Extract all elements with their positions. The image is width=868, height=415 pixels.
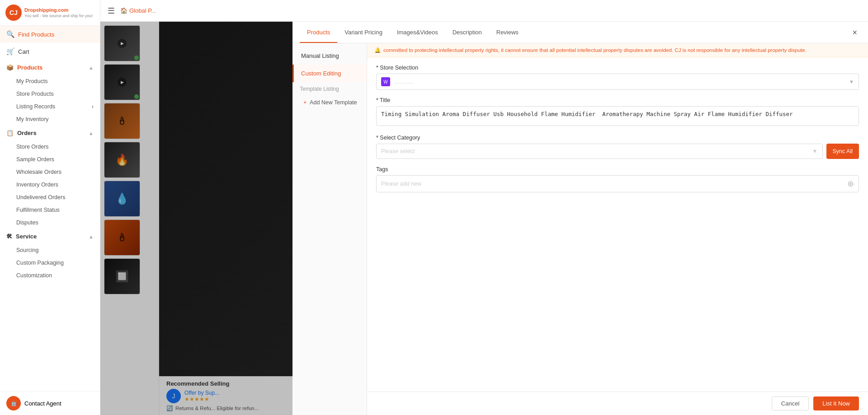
sidebar-item-cart[interactable]: 🛒 Cart — [0, 43, 100, 60]
main-content: ☰ 🏠 Global P... ▶ ▶ 🕯 🔥 💧 — [100, 0, 868, 415]
contact-agent-button[interactable]: 🤖 Contact Agent — [0, 391, 100, 415]
warning-icon: 🔔 — [374, 47, 381, 53]
store-label: * Store Selection — [376, 65, 859, 71]
store-platform-icon: W — [381, 77, 390, 86]
sidebar-group-orders[interactable]: 📋 Orders ▲ — [0, 126, 100, 140]
store-select-chevron: ▼ — [849, 79, 854, 84]
modal-right-area: 🔔 committed to protecting intellectual p… — [367, 43, 868, 415]
top-bar: ☰ 🏠 Global P... — [100, 0, 868, 22]
warning-text: committed to protecting intellectual pro… — [383, 47, 807, 53]
sidebar-item-find-products[interactable]: 🔍 Find Products — [0, 26, 100, 43]
sidebar-group-service[interactable]: 🛠 Service ▲ — [0, 229, 100, 244]
tags-input[interactable]: Please add new ⊕ — [376, 175, 859, 192]
category-placeholder: Please select — [381, 148, 415, 154]
modal-body: Manual Listing Custom Editing Template L… — [292, 43, 868, 415]
sidebar: CJ Dropshipping.com You sell - We source… — [0, 0, 100, 415]
cart-label: Cart — [18, 48, 94, 55]
tags-placeholder: Please add new — [381, 181, 421, 187]
find-products-label: Find Products — [18, 31, 94, 38]
cancel-button[interactable]: Cancel — [772, 396, 809, 410]
service-group-label: Service — [16, 233, 37, 240]
logo-area: CJ Dropshipping.com You sell - We source… — [0, 0, 100, 26]
modal-left-nav: Manual Listing Custom Editing Template L… — [292, 43, 367, 415]
category-select-dropdown[interactable]: Please select ▼ — [376, 144, 823, 159]
store-select-dropdown[interactable]: W ............. ▼ — [376, 74, 859, 90]
close-button[interactable]: × — [849, 28, 861, 37]
orders-group-label: Orders — [17, 130, 37, 136]
sidebar-item-sample-orders[interactable]: Sample Orders — [0, 153, 100, 166]
sidebar-item-listing-records[interactable]: Listing Records › — [0, 100, 100, 113]
category-label: * Select Category — [376, 135, 859, 141]
modal-section-template: Template Listing — [292, 82, 367, 96]
sidebar-item-store-products[interactable]: Store Products — [0, 88, 100, 100]
tags-group: Tags Please add new ⊕ — [376, 166, 859, 192]
modal-backdrop — [100, 22, 292, 415]
menu-icon[interactable]: ☰ — [108, 6, 115, 16]
global-products-link[interactable]: 🏠 Global P... — [120, 7, 156, 14]
modal-bottom-bar: Cancel List It Now — [367, 392, 868, 415]
sidebar-group-products[interactable]: 📦 Products ▲ — [0, 60, 100, 75]
modal-tabs-bar: Products Variant Pricing Images&Videos D… — [292, 22, 868, 43]
tags-label: Tags — [376, 166, 859, 173]
brand-name: Dropshipping.com — [24, 7, 93, 13]
modal-nav-custom-editing[interactable]: Custom Editing — [292, 65, 367, 82]
modal-nav-add-new-template[interactable]: + Add New Template — [292, 96, 367, 109]
modal-nav-manual-listing[interactable]: Manual Listing — [292, 47, 367, 65]
category-row: Please select ▼ Sync All — [376, 144, 859, 159]
logo-icon: CJ — [5, 5, 22, 21]
sidebar-item-inventory-orders[interactable]: Inventory Orders — [0, 178, 100, 191]
sidebar-item-customization[interactable]: Customization — [0, 269, 100, 282]
orders-group-icon: 📋 — [6, 130, 14, 136]
tab-variant-pricing[interactable]: Variant Pricing — [337, 23, 390, 43]
service-group-icon: 🛠 — [6, 233, 12, 240]
sidebar-item-custom-packaging[interactable]: Custom Packaging — [0, 256, 100, 269]
sidebar-item-my-inventory[interactable]: My Inventory — [0, 113, 100, 126]
tab-description[interactable]: Description — [445, 23, 489, 43]
add-template-plus: + — [303, 99, 307, 106]
brand-tagline: You sell - We source and ship for you! — [24, 14, 93, 18]
list-it-now-button[interactable]: List It Now — [813, 396, 859, 410]
products-expand-icon: ▲ — [89, 65, 94, 70]
modal-panel: Products Variant Pricing Images&Videos D… — [292, 22, 868, 415]
cart-icon: 🛒 — [6, 47, 14, 56]
tab-products[interactable]: Products — [300, 23, 337, 43]
warning-banner: 🔔 committed to protecting intellectual p… — [367, 43, 868, 57]
sidebar-item-disputes[interactable]: Disputes — [0, 216, 100, 229]
store-selection-group: * Store Selection W ............. ▼ — [376, 65, 859, 90]
sidebar-item-wholesale-orders[interactable]: Wholesale Orders — [0, 166, 100, 178]
service-expand-icon: ▲ — [89, 234, 94, 239]
find-products-icon: 🔍 — [6, 30, 14, 38]
category-group: * Select Category Please select ▼ Sync A… — [376, 135, 859, 159]
agent-avatar: 🤖 — [6, 396, 21, 410]
title-label: * Title — [376, 97, 859, 103]
products-group-icon: 📦 — [6, 64, 14, 71]
title-group: * Title Timing Simulation Aroma Diffuser… — [376, 97, 859, 127]
store-select-value: ............. — [394, 79, 845, 85]
modal-overlay: Products Variant Pricing Images&Videos D… — [100, 22, 868, 415]
sync-all-button[interactable]: Sync All — [826, 144, 859, 159]
orders-expand-icon: ▲ — [89, 131, 94, 136]
sidebar-item-undelivered-orders[interactable]: Undelivered Orders — [0, 191, 100, 204]
title-input[interactable]: Timing Simulation Aroma Diffuser Usb Hou… — [376, 106, 859, 126]
products-group-label: Products — [17, 64, 42, 71]
listing-records-arrow: › — [92, 103, 94, 110]
sidebar-item-fulfillment-status[interactable]: Fulfillment Status — [0, 204, 100, 216]
sidebar-item-store-orders[interactable]: Store Orders — [0, 140, 100, 153]
modal-form: * Store Selection W ............. ▼ * Ti… — [367, 57, 868, 392]
sidebar-item-sourcing[interactable]: Sourcing — [0, 244, 100, 256]
category-chevron: ▼ — [812, 148, 817, 154]
contact-agent-label: Contact Agent — [24, 400, 61, 407]
tab-reviews[interactable]: Reviews — [489, 23, 526, 43]
tags-add-icon[interactable]: ⊕ — [847, 179, 854, 189]
sidebar-item-my-products[interactable]: My Products — [0, 75, 100, 88]
tab-images-videos[interactable]: Images&Videos — [390, 23, 445, 43]
